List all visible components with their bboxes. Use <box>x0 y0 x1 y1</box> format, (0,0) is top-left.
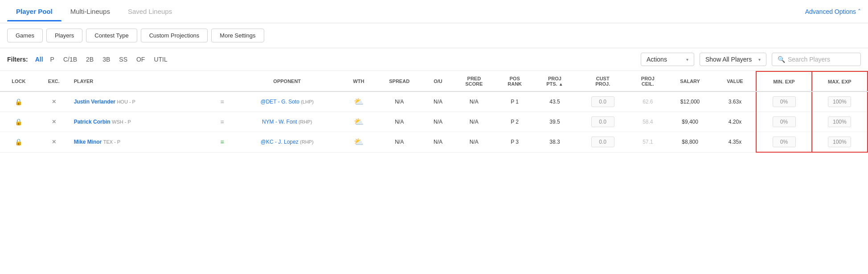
min-exp-input[interactable] <box>773 96 796 107</box>
player-name[interactable]: Justin Verlander <box>74 99 115 105</box>
cell-exc[interactable]: ✕ <box>37 132 70 153</box>
proj-ceil-value: 57.1 <box>643 139 653 145</box>
cust-proj-input[interactable] <box>591 96 614 107</box>
cell-lock[interactable]: 🔒 <box>0 112 37 132</box>
min-exp-input[interactable] <box>773 137 796 147</box>
player-team: HOU - P <box>117 99 135 104</box>
th-value: VALUE <box>714 71 757 91</box>
lock-icon[interactable]: 🔒 <box>15 98 22 105</box>
exclude-icon[interactable]: ✕ <box>52 119 56 125</box>
filter-btn-games[interactable]: Games <box>7 29 43 42</box>
pos-filter-3b[interactable]: 3B <box>101 55 112 64</box>
th-min-exp: MIN. EXP <box>756 71 811 91</box>
cell-note[interactable]: ≡ <box>213 91 232 112</box>
cell-exc[interactable]: ✕ <box>37 91 70 112</box>
max-exp-input[interactable] <box>828 116 851 127</box>
cell-opponent: @DET - G. Soto (LHP) <box>232 91 342 112</box>
opponent-pitcher: (RHP) <box>300 139 314 145</box>
cust-proj-input[interactable] <box>591 116 614 127</box>
cell-min-exp[interactable] <box>756 132 811 153</box>
note-icon[interactable]: ≡ <box>220 138 224 145</box>
tab-multi-lineups[interactable]: Multi-Lineups <box>61 1 119 21</box>
exclude-icon[interactable]: ✕ <box>52 99 56 105</box>
actions-dropdown[interactable]: Actions ▾ <box>641 53 694 66</box>
cell-pos-rank: P 3 <box>496 132 534 153</box>
filter-buttons-row: Games Players Contest Type Custom Projec… <box>0 23 868 48</box>
pos-filter-of[interactable]: OF <box>135 55 147 64</box>
player-team: TEX - P <box>103 139 121 145</box>
th-wth: WTH <box>342 71 375 91</box>
cell-max-exp[interactable] <box>812 112 868 132</box>
advanced-options-link[interactable]: Advanced Options ˄ <box>805 8 861 15</box>
show-all-chevron-icon: ▾ <box>758 57 761 62</box>
cell-opponent: NYM - W. Font (RHP) <box>232 112 342 132</box>
cell-spread: N/A <box>375 132 424 153</box>
table-row: 🔒 ✕ Mike Minor TEX - P ≡ @KC - J. Lopez … <box>0 132 868 153</box>
cell-pos-rank: P 2 <box>496 112 534 132</box>
cell-player: Justin Verlander HOU - P <box>70 91 213 112</box>
proj-ceil-value: 62.6 <box>643 99 653 105</box>
pos-filter-2b[interactable]: 2B <box>84 55 95 64</box>
cell-max-exp[interactable] <box>812 91 868 112</box>
cell-proj-ceil: 58.4 <box>630 112 666 132</box>
pos-filter-c1b[interactable]: C/1B <box>61 55 79 64</box>
max-exp-input[interactable] <box>828 137 851 147</box>
min-exp-input[interactable] <box>773 116 796 127</box>
cell-note[interactable]: ≡ <box>213 132 232 153</box>
cell-proj-ceil: 57.1 <box>630 132 666 153</box>
note-icon[interactable]: ≡ <box>220 118 224 125</box>
actions-label: Actions <box>647 56 667 63</box>
pos-filter-p[interactable]: P <box>49 55 56 64</box>
search-box[interactable]: 🔍 Search Players <box>772 53 861 66</box>
note-icon[interactable]: ≡ <box>220 98 224 105</box>
cell-player: Mike Minor TEX - P <box>70 132 213 153</box>
player-name[interactable]: Mike Minor <box>74 139 102 145</box>
cell-exc[interactable]: ✕ <box>37 112 70 132</box>
pos-filter-ss[interactable]: SS <box>117 55 129 64</box>
search-icon: 🔍 <box>778 56 785 63</box>
cell-value: 4.20x <box>714 112 757 132</box>
th-pos-rank: POSRANK <box>496 71 534 91</box>
pos-filter-util[interactable]: UTIL <box>152 55 169 64</box>
th-proj-pts: PROJPTS. ▲ <box>534 71 576 91</box>
table-row: 🔒 ✕ Patrick Corbin WSH - P ≡ NYM - W. Fo… <box>0 112 868 132</box>
cell-min-exp[interactable] <box>756 112 811 132</box>
player-table-container: LOCK EXC. PLAYER OPPONENT WTH SPREAD O/U… <box>0 71 868 153</box>
filter-btn-players[interactable]: Players <box>46 29 82 42</box>
proj-ceil-value: 58.4 <box>643 119 653 125</box>
cell-pred-score: N/A <box>452 91 496 112</box>
cell-lock[interactable]: 🔒 <box>0 132 37 153</box>
cell-spread: N/A <box>375 112 424 132</box>
opponent-link[interactable]: NYM - W. Font <box>262 119 297 125</box>
opponent-pitcher: (LHP) <box>301 99 314 104</box>
cell-cust-proj[interactable] <box>576 91 630 112</box>
tab-player-pool[interactable]: Player Pool <box>7 1 61 21</box>
cell-cust-proj[interactable] <box>576 112 630 132</box>
nav-tabs: Player Pool Multi-Lineups Saved Lineups <box>7 1 805 21</box>
player-name[interactable]: Patrick Corbin <box>74 119 111 125</box>
cell-ou: N/A <box>424 91 452 112</box>
show-all-dropdown[interactable]: Show All Players ▾ <box>700 53 766 66</box>
cell-cust-proj[interactable] <box>576 132 630 153</box>
pos-filter-all[interactable]: All <box>35 56 43 63</box>
filter-btn-custom-projections[interactable]: Custom Projections <box>141 29 208 42</box>
max-exp-input[interactable] <box>828 96 851 107</box>
lock-icon[interactable]: 🔒 <box>15 138 22 145</box>
cell-lock[interactable]: 🔒 <box>0 91 37 112</box>
filter-btn-more-settings[interactable]: More Settings <box>211 29 264 42</box>
opponent-link[interactable]: @DET - G. Soto <box>261 99 299 105</box>
exclude-icon[interactable]: ✕ <box>52 139 56 145</box>
cell-min-exp[interactable] <box>756 91 811 112</box>
cust-proj-input[interactable] <box>591 137 614 147</box>
cell-note[interactable]: ≡ <box>213 112 232 132</box>
cell-opponent: @KC - J. Lopez (RHP) <box>232 132 342 153</box>
cell-player: Patrick Corbin WSH - P <box>70 112 213 132</box>
lock-icon[interactable]: 🔒 <box>15 118 22 125</box>
table-row: 🔒 ✕ Justin Verlander HOU - P ≡ @DET - G.… <box>0 91 868 112</box>
table-body: 🔒 ✕ Justin Verlander HOU - P ≡ @DET - G.… <box>0 91 868 152</box>
filter-btn-contest-type[interactable]: Contest Type <box>86 29 137 42</box>
th-opponent: OPPONENT <box>232 71 342 91</box>
tab-saved-lineups[interactable]: Saved Lineups <box>119 1 181 21</box>
opponent-link[interactable]: @KC - J. Lopez <box>261 139 299 145</box>
cell-max-exp[interactable] <box>812 132 868 153</box>
